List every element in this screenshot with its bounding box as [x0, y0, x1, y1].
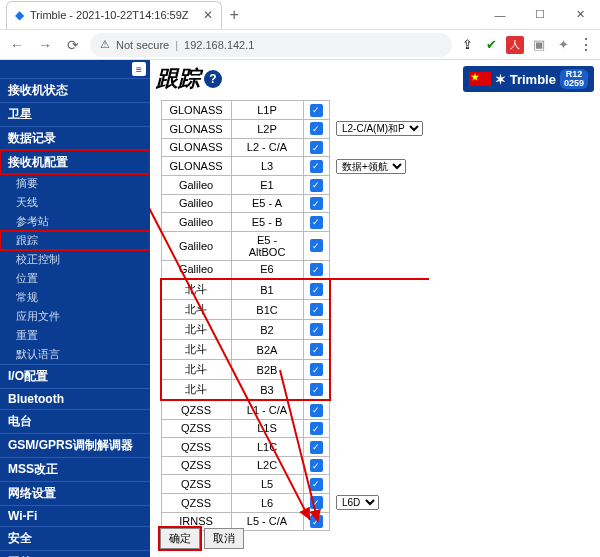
url-text: 192.168.142.1	[184, 39, 254, 51]
help-icon[interactable]: ?	[204, 70, 222, 88]
option-select[interactable]: 数据+领航	[336, 159, 406, 174]
constellation-cell: QZSS	[161, 400, 231, 419]
constellation-cell: 北斗	[161, 300, 231, 320]
enabled-cell: ✓	[303, 400, 330, 419]
maximize-button[interactable]: ☐	[520, 0, 560, 30]
enabled-cell: ✓	[303, 119, 330, 138]
checkbox-icon[interactable]: ✓	[310, 383, 323, 396]
sidebar-subitem[interactable]: 重置	[0, 326, 150, 345]
back-button[interactable]: ←	[6, 34, 28, 56]
reload-button[interactable]: ⟳	[62, 34, 84, 56]
option-select[interactable]: L2-C/A(M)和P	[336, 121, 423, 136]
sidebar-item[interactable]: 接收机状态	[0, 78, 150, 102]
checkbox-icon[interactable]: ✓	[310, 216, 323, 229]
sidebar-subitem[interactable]: 常规	[0, 288, 150, 307]
new-tab-button[interactable]: +	[230, 6, 239, 24]
checkbox-icon[interactable]: ✓	[310, 283, 323, 296]
sidebar-subitem[interactable]: 位置	[0, 269, 150, 288]
signal-cell: E5 - A	[231, 194, 303, 213]
table-row: GalileoE5 - B✓	[161, 213, 429, 232]
option-cell	[330, 300, 430, 320]
sidebar-item[interactable]: 固件	[0, 550, 150, 557]
checkbox-icon[interactable]: ✓	[310, 515, 323, 528]
checkbox-icon[interactable]: ✓	[310, 496, 323, 509]
sidebar-item[interactable]: MSS改正	[0, 457, 150, 481]
address-bar[interactable]: ⚠ Not secure | 192.168.142.1	[90, 33, 452, 57]
sidebar-subitem[interactable]: 校正控制	[0, 250, 150, 269]
browser-tab[interactable]: ◆ Trimble - 2021-10-22T14:16:59Z ✕	[6, 1, 222, 29]
sidebar-item[interactable]: 数据记录	[0, 126, 150, 150]
table-row: GLONASSL1P✓	[161, 101, 429, 120]
signal-cell: L1S	[231, 419, 303, 438]
sidebar-subitem[interactable]: 应用文件	[0, 307, 150, 326]
checkbox-icon[interactable]: ✓	[310, 363, 323, 376]
sidebar-item[interactable]: 电台	[0, 409, 150, 433]
secure-label: Not secure	[116, 39, 169, 51]
close-tab-icon[interactable]: ✕	[203, 8, 213, 22]
checkbox-icon[interactable]: ✓	[310, 263, 323, 276]
checkbox-icon[interactable]: ✓	[310, 141, 323, 154]
table-row: QZSSL1C✓	[161, 438, 429, 457]
checkbox-icon[interactable]: ✓	[310, 303, 323, 316]
sidebar-subitem[interactable]: 摘要	[0, 174, 150, 193]
checkbox-icon[interactable]: ✓	[310, 323, 323, 336]
table-row: QZSSL6✓L6D	[161, 493, 429, 512]
forward-button[interactable]: →	[34, 34, 56, 56]
sidebar-subitem[interactable]: 天线	[0, 193, 150, 212]
checkbox-icon[interactable]: ✓	[310, 404, 323, 417]
sidebar-subitem[interactable]: 参考站	[0, 212, 150, 231]
option-cell: L2-C/A(M)和P	[330, 119, 430, 138]
enabled-cell: ✓	[303, 360, 330, 380]
enabled-cell: ✓	[303, 213, 330, 232]
checkbox-icon[interactable]: ✓	[310, 104, 323, 117]
constellation-cell: QZSS	[161, 493, 231, 512]
flag-icon	[469, 72, 491, 86]
enabled-cell: ✓	[303, 176, 330, 195]
extension-shield-icon[interactable]: ▣	[530, 36, 548, 54]
table-row: GalileoE5 - A✓	[161, 194, 429, 213]
signal-cell: B1	[231, 279, 303, 300]
brand-badge: ✶ Trimble R12 0259	[463, 66, 594, 92]
sidebar-item[interactable]: 网络设置	[0, 481, 150, 505]
constellation-cell: Galileo	[161, 194, 231, 213]
sidebar-subitem[interactable]: 跟踪	[0, 231, 150, 250]
extension-puzzle-icon[interactable]: ✦	[554, 36, 572, 54]
sidebar-subitem[interactable]: 默认语言	[0, 345, 150, 364]
sidebar-item[interactable]: 接收机配置	[0, 150, 150, 174]
minimize-button[interactable]: —	[480, 0, 520, 30]
sidebar-item[interactable]: 卫星	[0, 102, 150, 126]
enabled-cell: ✓	[303, 260, 330, 279]
ok-button[interactable]: 确定	[160, 528, 200, 549]
checkbox-icon[interactable]: ✓	[310, 122, 323, 135]
sidebar-item[interactable]: I/O配置	[0, 364, 150, 388]
signal-cell: L3	[231, 157, 303, 176]
option-cell	[330, 138, 430, 157]
checkbox-icon[interactable]: ✓	[310, 239, 323, 252]
checkbox-icon[interactable]: ✓	[310, 179, 323, 192]
checkbox-icon[interactable]: ✓	[310, 160, 323, 173]
close-window-button[interactable]: ✕	[560, 0, 600, 30]
share-icon[interactable]: ⇪	[458, 36, 476, 54]
checkbox-icon[interactable]: ✓	[310, 441, 323, 454]
signal-cell: L5	[231, 475, 303, 494]
extension-check-icon[interactable]: ✔	[482, 36, 500, 54]
sidebar-item[interactable]: GSM/GPRS调制解调器	[0, 433, 150, 457]
extension-pdf-icon[interactable]: 人	[506, 36, 524, 54]
sidebar-item[interactable]: 安全	[0, 526, 150, 550]
checkbox-icon[interactable]: ✓	[310, 478, 323, 491]
sidebar-toggle-icon[interactable]: ≡	[132, 62, 146, 76]
sidebar-item[interactable]: Bluetooth	[0, 388, 150, 409]
browser-menu-icon[interactable]: ⋮	[578, 35, 594, 54]
cancel-button[interactable]: 取消	[204, 528, 244, 549]
checkbox-icon[interactable]: ✓	[310, 343, 323, 356]
checkbox-icon[interactable]: ✓	[310, 422, 323, 435]
option-select[interactable]: L6D	[336, 495, 379, 510]
checkbox-icon[interactable]: ✓	[310, 459, 323, 472]
checkbox-icon[interactable]: ✓	[310, 197, 323, 210]
option-cell	[330, 419, 430, 438]
constellation-cell: GLONASS	[161, 101, 231, 120]
signal-cell: L1 - C/A	[231, 400, 303, 419]
signal-cell: L2 - C/A	[231, 138, 303, 157]
signal-cell: B2A	[231, 340, 303, 360]
sidebar-item[interactable]: Wi-Fi	[0, 505, 150, 526]
